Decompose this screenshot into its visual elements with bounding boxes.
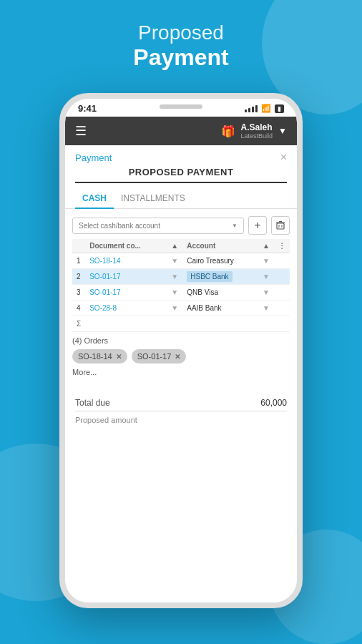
phone-frame: 9:41 📶 ▮ ☰ 🎁 A.Saleh LatestBuild [59,93,303,608]
col-account-chevron: ▲ [258,239,274,253]
row-2-num: 2 [72,269,85,285]
nav-user: A.Saleh LatestBuild [241,122,273,140]
tab-cash[interactable]: CASH [75,189,114,209]
hamburger-icon[interactable]: ☰ [75,123,87,139]
orders-section: (4) Orders SO-18-14 ✕ SO-01-17 ✕ More... [65,332,297,381]
table-row: 1 SO-18-14 ▼ Cairo Treasury ▼ [72,253,290,269]
delete-button[interactable] [271,216,290,235]
row-3-account[interactable]: QNB Visa [182,285,258,301]
top-nav: ☰ 🎁 A.Saleh LatestBuild ▼ [65,117,297,145]
table-row: 2 SO-01-17 ▼ HSBC Bank ▼ [72,269,290,285]
proposed-amount-row: Proposed amount [75,411,287,429]
col-doc-chevron: ▲ [167,239,182,253]
select-row: Select cash/bank account ▼ + [72,216,290,235]
tab-installments[interactable]: INSTALLMENTS [114,189,192,208]
signal-icon [245,105,258,112]
cash-bank-select[interactable]: Select cash/bank account ▼ [72,218,244,234]
pill-2-close-icon[interactable]: ✕ [175,353,180,361]
close-button[interactable]: × [280,151,287,164]
table-row: 3 SO-01-17 ▼ QNB Visa ▼ [72,285,290,301]
svg-rect-0 [277,223,284,229]
page-header: Proposed Payment [0,21,362,71]
row-4-doc[interactable]: SO-28-8 [85,301,167,316]
row-3-num: 3 [72,285,85,301]
proposed-payment-title: PROPOSED PAYMENT [75,167,287,183]
nav-center: 🎁 A.Saleh LatestBuild ▼ [221,122,287,140]
cash-table: Document co... ▲ Account ▲ ⋮ 1 SO-18-14 … [72,239,290,332]
table-row: 4 SO-28-8 ▼ AAIB Bank ▼ [72,301,290,316]
row-1-num: 1 [72,253,85,269]
header-proposed-text: Proposed [0,21,362,44]
gift-icon: 🎁 [221,125,235,138]
table-section: Select cash/bank account ▼ + [72,216,290,332]
cash-select-chevron-icon: ▼ [232,223,238,229]
row-2-doc[interactable]: SO-01-17 [85,269,167,285]
row-3-doc[interactable]: SO-01-17 [85,285,167,301]
status-icons: 📶 ▮ [245,104,284,113]
row-4-num: 4 [72,301,85,316]
tabs-row: CASH INSTALLMENTS [65,189,297,209]
sigma-row: Σ [72,316,290,332]
nav-user-name: A.Saleh [241,122,273,132]
pill-1-close-icon[interactable]: ✕ [116,353,122,361]
total-due-label: Total due [75,398,110,408]
order-pill-1: SO-18-14 ✕ [72,349,127,364]
total-section: Total due 60,000 Proposed amount [65,381,297,433]
add-button[interactable]: + [248,216,267,235]
nav-chevron-icon[interactable]: ▼ [278,126,287,136]
col-num [72,239,85,253]
total-due-row: Total due 60,000 [75,395,287,411]
battery-icon: ▮ [275,104,284,113]
phone-screen: 9:41 📶 ▮ ☰ 🎁 A.Saleh LatestBuild [65,99,297,602]
row-4-account[interactable]: AAIB Bank [182,301,258,316]
more-link[interactable]: More... [72,368,290,376]
col-doc: Document co... [85,239,167,253]
total-due-value: 60,000 [260,398,287,408]
sigma-symbol: Σ [72,316,85,332]
col-account: Account [182,239,258,253]
pill-2-label: SO-01-17 [137,352,172,361]
order-pill-2: SO-01-17 ✕ [132,349,187,364]
row-2-account[interactable]: HSBC Bank [182,269,258,285]
row-1-doc[interactable]: SO-18-14 [85,253,167,269]
pill-1-label: SO-18-14 [78,352,112,361]
row-1-account[interactable]: Cairo Treasury [182,253,258,269]
payment-header-row: Payment × [65,145,297,167]
content-area: Payment × PROPOSED PAYMENT CASH INSTALLM… [65,145,297,602]
orders-count: (4) Orders [72,336,290,345]
cash-select-placeholder: Select cash/bank account [79,222,160,230]
col-more: ⋮ [274,239,290,253]
trash-icon [275,220,285,230]
payment-link[interactable]: Payment [75,152,112,163]
order-pills: SO-18-14 ✕ SO-01-17 ✕ [72,349,290,364]
wifi-icon: 📶 [261,104,271,113]
header-payment-text: Payment [0,44,362,71]
status-time: 9:41 [78,103,97,114]
proposed-amount-label: Proposed amount [75,416,137,424]
nav-user-sub: LatestBuild [241,132,273,140]
phone-notch [160,104,202,109]
